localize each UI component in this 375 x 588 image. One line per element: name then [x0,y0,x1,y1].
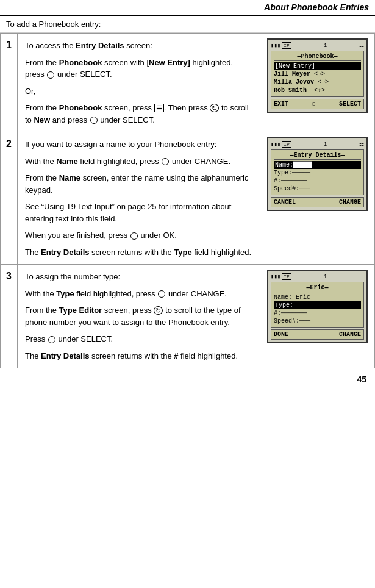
screen-title-3: ―Eric― [274,284,361,292]
circle-icon [47,71,54,79]
intro-text: To add a Phonebook entry: [0,16,375,33]
status-icons-2: ▮▮▮ IP [271,141,291,148]
bottom-left-done: DONE [274,331,288,338]
step-content-2: If you want to assign a name to your Pho… [18,132,262,265]
circle-icon-3 [162,158,169,165]
circle-icon-5 [158,290,165,298]
screen-row-name-eric: Name: Eric [274,293,361,301]
signal-number-3: 1 [324,274,327,280]
step-number-1: 1 [1,34,18,132]
step-number-3: 3 [1,265,18,368]
screen-row-name: Name:█████ [274,161,361,169]
menu-icon: ☰ [154,104,164,112]
page-header: About Phonebook Entries [0,0,375,16]
step-content-1: To access the Entry Details screen: From… [18,34,262,132]
signal-number-2: 1 [324,142,327,148]
step-row-1: 1 To access the Entry Details screen: Fr… [1,34,375,132]
signal-icon: ▮▮▮ [271,42,280,49]
screen-body-1: ―Phonebook― [New Entry] Jill Meyer <→> M… [271,51,364,97]
step-row-3: 3 To assign the number type: With the Ty… [1,265,375,368]
screen-title-1: ―Phonebook― [274,53,361,61]
circle-icon-6 [48,336,55,343]
page-wrapper: About Phonebook Entries To add a Phonebo… [0,0,375,588]
screen-row-speed: Speed#:─── [274,185,361,193]
bottom-right-change: CHANGE [339,199,361,206]
step-row-2: 2 If you want to assign a name to your P… [1,132,375,265]
status-icons-3: ▮▮▮ IP [271,273,291,280]
bottom-left-exit: EXIT [274,101,288,107]
settings-icon-2: ☷ [359,141,364,148]
status-bar-2: ▮▮▮ IP 1 ☷ [271,141,364,148]
step-number-2: 2 [1,132,18,265]
step-image-3: ▮▮▮ IP 1 ☷ ―Eric― Name: Eric Type: #:───… [262,265,375,368]
status-bar-3: ▮▮▮ IP 1 ☷ [271,273,364,280]
step-content-3: To assign the number type: With the Type… [18,265,262,368]
bottom-bar-2: CANCEL CHANGE [271,197,364,207]
screen-row-new-entry: [New Entry] [274,62,361,70]
battery-icon-2: IP [282,141,291,148]
phone-screen-3: ▮▮▮ IP 1 ☷ ―Eric― Name: Eric Type: #:───… [267,270,368,343]
settings-icon: ☷ [359,42,364,49]
bottom-left-cancel: CANCEL [274,199,296,206]
signal-number: 1 [324,43,327,49]
page-footer: 45 [0,368,375,384]
screen-row-speed-eric: Speed#:─── [274,317,361,325]
steps-table: 1 To access the Entry Details screen: Fr… [0,33,375,368]
battery-icon-3: IP [282,273,291,280]
scroll-icon-2: ↻ [154,306,163,315]
signal-icon-3: ▮▮▮ [271,273,280,280]
circle-icon-4 [130,232,138,240]
screen-body-2: ―Entry Details― Name:█████ Type:───── #:… [271,149,364,195]
screen-body-3: ―Eric― Name: Eric Type: #:─────── Speed#… [271,282,364,328]
page-title: About Phonebook Entries [264,2,369,12]
screen-row-milla: Milla Jovov <→> [274,78,361,86]
page-number: 45 [357,375,366,384]
circle-icon-2 [90,117,98,124]
screen-row-type: Type:───── [274,169,361,177]
screen-row-jill: Jill Meyer <→> [274,70,361,78]
scroll-icon: ↻ [210,104,219,112]
step-image-2: ▮▮▮ IP 1 ☷ ―Entry Details― Name:█████ Ty… [262,132,375,265]
screen-row-hash-eric: #:─────── [274,309,361,317]
bottom-bar-1: EXIT ◽ SELECT [271,99,364,109]
settings-icon-3: ☷ [359,273,364,280]
signal-icon-2: ▮▮▮ [271,141,280,148]
bottom-icon-sep: ◽ [312,101,315,107]
screen-row-type-eric: Type: [274,301,361,309]
screen-row-hash: #:─────── [274,177,361,185]
bottom-right-select: SELECT [339,101,361,107]
screen-row-rob: Rob Smith <⇧> [274,86,361,95]
bottom-bar-3: DONE CHANGE [271,329,364,340]
phone-screen-1: ▮▮▮ IP 1 ☷ ―Phonebook― [New Entry] Jill … [267,38,368,113]
status-icons-1: ▮▮▮ IP [271,42,291,49]
step-image-1: ▮▮▮ IP 1 ☷ ―Phonebook― [New Entry] Jill … [262,34,375,132]
screen-title-2: ―Entry Details― [274,152,361,160]
battery-icon: IP [282,42,291,49]
bottom-right-change-3: CHANGE [339,331,361,338]
status-bar-1: ▮▮▮ IP 1 ☷ [271,42,364,49]
phone-screen-2: ▮▮▮ IP 1 ☷ ―Entry Details― Name:█████ Ty… [267,137,368,211]
